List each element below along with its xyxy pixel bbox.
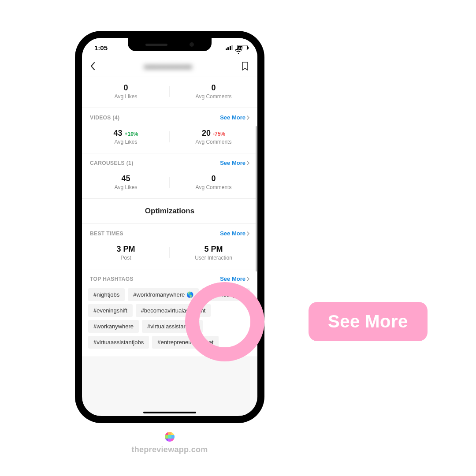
- bookmark-button[interactable]: [241, 61, 249, 73]
- videos-avg-likes: 43 +10% Avg Likes: [82, 129, 170, 145]
- videos-likes-delta: +10%: [125, 131, 138, 137]
- chevron-left-icon: [90, 62, 95, 71]
- top-hashtags-header: TOP HASHTAGS: [90, 276, 134, 282]
- hashtag-chip[interactable]: #virtuaassistantjobs: [88, 336, 149, 349]
- phone-screen: 1:05 41 ●●●●●●●●●●●: [82, 38, 257, 416]
- nav-bar: ●●●●●●●●●●●: [82, 57, 257, 77]
- hashtag-chip[interactable]: #eveningshift: [88, 304, 133, 317]
- phone-frame: 1:05 41 ●●●●●●●●●●●: [75, 31, 264, 423]
- status-time: 1:05: [94, 44, 108, 52]
- videos-comments-delta: -75%: [213, 131, 225, 137]
- videos-avg-comments: 20 -75% Avg Comments: [170, 129, 257, 145]
- best-times-header: BEST TIMES: [90, 231, 123, 237]
- hashtag-list: #nightjobs #workfromanywhere🌎 #marketing…: [82, 284, 257, 357]
- phone-notch: [128, 38, 212, 51]
- best-time-post: 3 PM Post: [82, 245, 170, 261]
- chevron-right-icon: [247, 115, 249, 120]
- callout-button: See More: [309, 302, 428, 341]
- hashtag-chip[interactable]: #becomeavirtualassistant: [136, 304, 211, 317]
- summary-avg-likes: 0 Avg Likes: [82, 83, 170, 100]
- carousels-avg-likes: 45 Avg Likes: [82, 174, 170, 190]
- best-time-interaction: 5 PM User Interaction: [170, 245, 257, 261]
- carousels-card: CAROUSELS (1) See More 45 Avg Likes 0 Av…: [82, 153, 257, 199]
- summary-avg-comments: 0 Avg Comments: [170, 83, 257, 100]
- videos-header: VIDEOS (4): [90, 115, 119, 121]
- page-title-blurred: ●●●●●●●●●●●: [95, 63, 241, 71]
- hashtag-chip[interactable]: #workfromanywhere🌎: [128, 288, 199, 301]
- best-times-see-more[interactable]: See More: [220, 230, 249, 237]
- carousels-see-more[interactable]: See More: [220, 160, 249, 166]
- previewapp-logo-icon: [165, 432, 175, 442]
- battery-icon: 41: [237, 45, 248, 50]
- earth-icon: 🌎: [186, 291, 193, 298]
- footer: thepreviewapp.com: [75, 432, 264, 454]
- videos-see-more[interactable]: See More: [220, 114, 249, 121]
- hashtag-chip[interactable]: #virtualassistanttips: [142, 320, 202, 333]
- summary-card: 0 Avg Likes 0 Avg Comments: [82, 77, 257, 108]
- carousels-avg-comments: 0 Avg Comments: [170, 174, 257, 190]
- back-button[interactable]: [90, 62, 95, 72]
- optimizations-heading: Optimizations: [82, 198, 257, 223]
- chevron-right-icon: [247, 161, 249, 165]
- hashtag-chip[interactable]: #nightjobs: [88, 288, 125, 301]
- signal-icon: [226, 45, 233, 50]
- hashtag-chip[interactable]: #marketingtips: [202, 288, 250, 301]
- hashtag-chip[interactable]: #workanywhere: [88, 320, 139, 333]
- hashtag-chip[interactable]: #entrepreneurmindset: [152, 336, 219, 349]
- chevron-right-icon: [247, 231, 249, 236]
- chevron-right-icon: [247, 277, 249, 281]
- top-hashtags-see-more[interactable]: See More: [220, 275, 249, 282]
- videos-card: VIDEOS (4) See More 43 +10% Avg Likes: [82, 108, 257, 153]
- footer-url: thepreviewapp.com: [75, 445, 264, 454]
- scrollbar[interactable]: [256, 126, 257, 271]
- carousels-header: CAROUSELS (1): [90, 160, 134, 166]
- top-hashtags-card: TOP HASHTAGS See More #nightjobs #workfr…: [82, 269, 257, 357]
- content-scroll[interactable]: 0 Avg Likes 0 Avg Comments VIDEOS (4) Se…: [82, 77, 257, 416]
- best-times-card: BEST TIMES See More 3 PM Post 5 PM User …: [82, 223, 257, 269]
- home-indicator: [143, 412, 196, 413]
- bookmark-icon: [241, 61, 249, 71]
